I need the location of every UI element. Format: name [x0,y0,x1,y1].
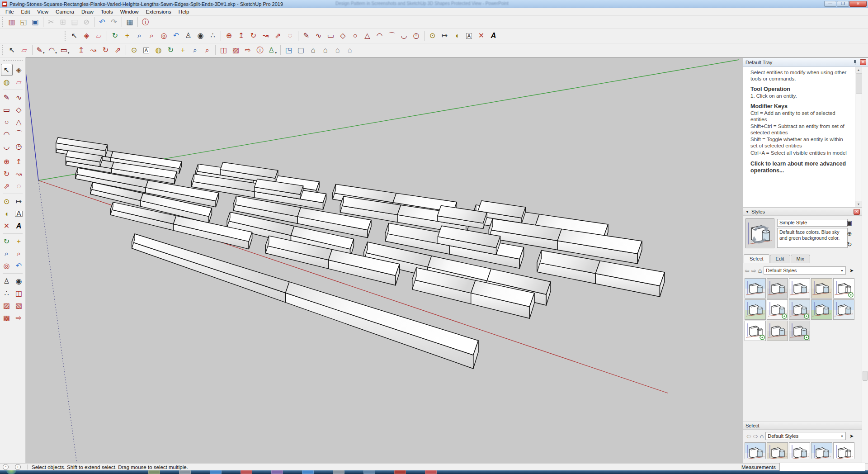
section-display-button[interactable]: ▨ [230,44,242,56]
menu-file[interactable]: File [2,9,18,15]
details-arrow-icon[interactable]: ➤ [848,267,855,275]
section-display-tool[interactable]: ▧ [13,299,25,312]
rectangle-button[interactable]: ▭ [325,30,337,42]
undo-button[interactable]: ↶ [96,17,108,28]
arc-menu-button[interactable]: ◠▾ [47,44,59,56]
style-thumbnail[interactable] [833,299,854,320]
close-button[interactable]: ✕ [849,1,867,7]
geolocation-status-icon[interactable]: ◔ [3,464,9,470]
arc-tool[interactable]: ⌒ [13,128,25,140]
offset-button[interactable]: ◌ [284,30,296,42]
menu-edit[interactable]: Edit [18,9,34,15]
line-tool[interactable]: ✎ [1,91,13,104]
tray-header[interactable]: Default Tray ✕ [743,58,868,67]
details-arrow-icon[interactable]: ➤ [848,432,855,440]
section-planes-toggle-tool[interactable]: ▩ [1,312,13,324]
zoom-tool[interactable]: ⌕ [1,247,13,260]
scale-tool[interactable]: ⇗ [1,180,13,192]
previous-button[interactable]: ↶ [170,30,182,42]
text-tool[interactable]: A [13,208,25,220]
instructor-scrollbar[interactable]: ▲ ▼ [855,67,862,207]
polygon-button[interactable]: △ [361,30,373,42]
taskbar-app-icon[interactable] [210,470,222,474]
style-thumbnail[interactable] [833,442,854,459]
home-button[interactable]: ⌂ [307,44,319,56]
scale-button[interactable]: ⇗ [272,30,284,42]
model-info-button[interactable]: ⓘ [140,17,151,28]
move-button[interactable]: ⊕ [223,30,235,42]
follow-me-button[interactable]: ↝ [259,30,272,42]
follow-me-alt-button[interactable]: ↝ [87,44,99,56]
menu-extensions[interactable]: Extensions [142,9,175,15]
house-a-button[interactable]: ⌂ [319,44,331,56]
style-thumbnail[interactable] [745,321,766,341]
paint-bucket-button[interactable]: ◍ [152,44,165,56]
line-button[interactable]: ✎ [300,30,312,42]
3d-text-tool[interactable]: A [13,220,25,232]
start-orb-icon[interactable] [6,470,16,474]
rotated-rectangle-button[interactable]: ◇ [337,30,349,42]
protractor-button[interactable]: ◖ [451,30,463,42]
scroll-down-icon[interactable]: ▼ [855,201,862,207]
update-style-icon[interactable]: ↻ [847,241,852,248]
zoom-button[interactable]: ⌕ [133,30,146,42]
title-bar[interactable]: Paving-Stones-Squares-Rectangles-Planks-… [0,0,868,8]
select-collection-dropdown[interactable]: Default Styles ▼ [765,432,846,440]
scale-alt-button[interactable]: ⇗ [112,44,124,56]
axes-button[interactable]: ✕ [475,30,487,42]
collapse-arrow-icon[interactable]: ▼ [745,210,749,214]
rotate-tool[interactable]: ↻ [1,168,13,180]
display-secondary-pane-icon[interactable]: ▣ [847,219,852,226]
rotated-rectangle-tool[interactable]: ◇ [13,104,25,116]
zoom-window-alt-button[interactable]: ⌕ [201,44,213,56]
look-around-button[interactable]: ◉ [194,30,207,42]
style-thumbnail[interactable] [789,278,810,299]
forward-arrow-icon[interactable]: ⇨ [753,433,758,440]
scrollbar-thumb[interactable] [856,73,862,94]
rotate-button[interactable]: ↻ [247,30,259,42]
new-button[interactable]: ▥ [6,17,18,28]
walk-tool[interactable]: ∴ [1,287,13,299]
tab-select[interactable]: Select [744,254,769,263]
instructor-advanced-link[interactable]: Click to learn about more advanced opera… [750,161,851,174]
shape-menu-dropdown-arrow[interactable]: ▾ [68,51,70,56]
home-icon[interactable]: ⌂ [760,432,764,440]
model-info-alt-button[interactable]: ⓘ [254,44,266,56]
eraser-tool[interactable]: ▱ [13,76,25,88]
scroll-up-icon[interactable]: ▲ [855,67,862,73]
pin-icon[interactable] [853,60,858,65]
house-b-button[interactable]: ⌂ [331,44,344,56]
eraser-button[interactable]: ▱ [93,30,105,42]
open-button[interactable]: ◱ [18,17,29,28]
text-alt-button[interactable]: A [140,44,152,56]
line-menu-button[interactable]: ✎▾ [34,44,47,56]
rectangle-tool[interactable]: ▭ [1,104,13,116]
instructor-info-icon[interactable]: i [15,464,21,470]
credits-dropdown-arrow[interactable]: ▾ [275,51,277,56]
style-thumbnail[interactable] [767,299,788,320]
two-point-arc-button[interactable]: ◠ [373,30,386,42]
maximize-button[interactable]: ❐ [837,1,849,7]
dimension-button[interactable]: ↦ [439,30,451,42]
position-camera-tool[interactable]: ♙ [1,275,13,287]
model-viewport[interactable] [26,57,743,463]
measurements-input[interactable] [779,463,865,471]
tape-measure-tool[interactable]: ⊙ [1,195,13,208]
orbit-alt-button[interactable]: ↻ [165,44,177,56]
tray-close-icon[interactable]: ✕ [860,59,866,65]
three-point-arc-button[interactable]: ◡ [398,30,410,42]
arc-button[interactable]: ⌒ [386,30,398,42]
pan-tool[interactable]: + [13,235,25,247]
style-thumbnail[interactable] [767,321,788,341]
forward-arrow-icon[interactable]: ⇨ [751,267,756,274]
text-button[interactable]: A [463,30,475,42]
create-new-style-icon[interactable]: ⊕ [847,230,852,237]
menu-view[interactable]: View [33,9,52,15]
style-thumbnail[interactable] [745,299,766,320]
save-button[interactable]: ▣ [29,17,41,28]
section-fill-tool[interactable]: ▨ [1,299,13,312]
paint-bucket-tool[interactable]: ◍ [1,76,13,88]
zoom-alt-button[interactable]: ⌕ [189,44,201,56]
style-thumbnail[interactable] [811,299,832,320]
move-tool[interactable]: ⊕ [1,156,13,168]
